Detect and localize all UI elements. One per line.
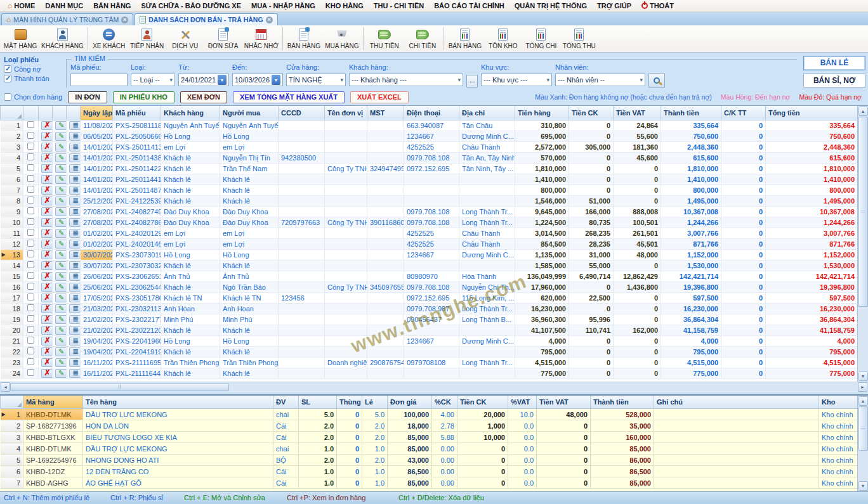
checkbox-icon[interactable] <box>27 283 34 290</box>
delete-button[interactable]: ✗ <box>41 369 53 378</box>
checkbox-icon[interactable] <box>27 143 34 150</box>
toolbar-button-ban-hang-4[interactable]: BÁN HÀNG <box>446 25 484 52</box>
item-row[interactable]: 5SP-1692254976NHONG DONG HO ATIBỘ2.002.0… <box>1 455 858 466</box>
delete-button[interactable]: ✗ <box>41 240 53 249</box>
items-col-header-ghi-chu[interactable]: Ghi chú <box>654 396 819 409</box>
checkbox-icon[interactable] <box>4 93 11 101</box>
close-icon[interactable]: × <box>121 16 128 23</box>
item-row[interactable]: 3KHBD-BTLGXKBIỂU TƯỢNG LOGO XE KIACái2.0… <box>1 432 858 443</box>
items-col-header-kho[interactable]: Kho <box>819 396 858 409</box>
print-button[interactable]: ≣ <box>69 218 81 227</box>
edit-button[interactable]: ✎ <box>55 272 67 281</box>
delete-button[interactable]: ✗ <box>41 175 53 184</box>
edit-button[interactable]: ✎ <box>55 229 67 238</box>
orders-horizontal-scrollbar[interactable]: ◄ ► <box>0 382 868 392</box>
print-button[interactable]: ≣ <box>69 272 81 281</box>
den-date[interactable]: 10/03/2026▼ <box>232 74 283 86</box>
print-button[interactable]: ≣ <box>69 369 81 378</box>
edit-button[interactable]: ✎ <box>55 121 67 130</box>
delete-button[interactable]: ✗ <box>41 283 53 292</box>
print-button[interactable]: ≣ <box>69 347 81 356</box>
delete-button[interactable]: ✗ <box>41 304 53 313</box>
scrollbar-thumb[interactable] <box>858 406 868 451</box>
edit-button[interactable]: ✎ <box>55 304 67 313</box>
print-button[interactable]: ≣ <box>69 186 81 195</box>
checkbox-icon[interactable] <box>27 337 34 344</box>
filter-checkbox-thanh-toan[interactable]: Thanh toán <box>4 75 66 82</box>
print-button[interactable]: ≣ <box>69 153 81 162</box>
edit-button[interactable]: ✎ <box>55 294 67 302</box>
delete-button[interactable]: ✗ <box>41 337 53 346</box>
checkbox-icon[interactable] <box>27 261 34 268</box>
orders-col-header-c-k-tt[interactable]: C/K TT <box>721 106 766 120</box>
delete-button[interactable]: ✗ <box>41 197 53 205</box>
edit-button[interactable]: ✎ <box>55 132 67 141</box>
edit-button[interactable]: ✎ <box>55 218 67 227</box>
delete-button[interactable]: ✗ <box>41 121 53 130</box>
ma-phieu-input[interactable] <box>70 74 128 86</box>
items-col-header-dv[interactable]: ĐV <box>273 396 299 409</box>
action-button-in-don[interactable]: IN ĐƠN <box>68 91 107 103</box>
nhan-vien-select[interactable]: --- Nhân viên --▾ <box>555 74 645 86</box>
print-button[interactable]: ≣ <box>69 121 81 130</box>
order-row[interactable]: 22✗✎≣19/04/2022 1...PXL-22041919254Khách… <box>1 346 858 357</box>
menu-item-mua-nhap-hang[interactable]: MUA - NHẬP HÀNG <box>246 0 320 11</box>
delete-button[interactable]: ✗ <box>41 347 53 356</box>
items-col-header-ma-hang[interactable]: Mã hàng <box>23 396 83 409</box>
menu-item-home[interactable]: ⌂HOME <box>3 0 40 11</box>
orders-col-header-dien-thoai[interactable]: Điện thoại <box>404 106 459 120</box>
edit-button[interactable]: ✎ <box>55 164 67 173</box>
close-icon[interactable]: × <box>266 16 273 23</box>
items-col-header-thanh-tien[interactable]: Thành tiền <box>591 396 654 409</box>
scroll-down-icon[interactable]: ▼ <box>858 372 868 381</box>
menu-item-bao-cao-tai-chinh[interactable]: BÁO CÁO TÀI CHÍNH <box>429 0 510 11</box>
select-orders-checkbox[interactable]: Chọn đơn hàng <box>4 93 62 101</box>
loai-select[interactable]: -- Loại --▾ <box>131 74 175 86</box>
toolbar-button-xe-khach-1[interactable]: XE KHÁCH <box>90 25 128 52</box>
checkbox-icon[interactable] <box>27 240 34 247</box>
print-button[interactable]: ≣ <box>69 315 81 324</box>
toolbar-button-ton-kho-4[interactable]: TỒN KHO <box>484 25 522 52</box>
print-button[interactable]: ≣ <box>69 132 81 141</box>
items-col-header-tien-vat[interactable]: Tiền VAT <box>537 396 591 409</box>
menu-item-tro-giup[interactable]: TRỢ GIÚP <box>592 0 636 11</box>
print-button[interactable]: ≣ <box>69 175 81 184</box>
edit-button[interactable]: ✎ <box>55 261 67 270</box>
checkbox-icon[interactable] <box>27 207 34 214</box>
cua-hang-select[interactable]: TÍN NGHỆ▾ <box>286 74 346 86</box>
scroll-left-icon[interactable]: ◄ <box>1 382 10 392</box>
order-row[interactable]: 4✗✎≣14/01/2025 0...PXL-25011438322Khách … <box>1 152 858 163</box>
order-row[interactable]: 21✗✎≣19/04/2022 1...PXS-22041960962Hồ Lo… <box>1 335 858 346</box>
checkbox-icon[interactable] <box>27 164 34 171</box>
print-button[interactable]: ≣ <box>69 304 81 313</box>
item-row[interactable]: 6KHBD-12DZ12 ĐÈN TRẮNG COCái1.001.086,50… <box>1 466 858 477</box>
delete-button[interactable]: ✗ <box>41 132 53 141</box>
filter-checkbox-cong-no[interactable]: Công nợ <box>4 65 66 73</box>
items-col-header-tien-ck[interactable]: Tiền CK <box>457 396 508 409</box>
order-row[interactable]: 11✗✎≣01/02/2024 1...PXL-24020129049em Lợ… <box>1 228 858 238</box>
order-row[interactable]: 16✗✎≣25/06/2023 1...PXL-23062544042Khách… <box>1 281 858 292</box>
checkbox-icon[interactable] <box>27 294 34 300</box>
order-row[interactable]: 3✗✎≣14/01/2025 0...PXS-25011413476em Lợi… <box>1 141 858 152</box>
edit-button[interactable]: ✎ <box>55 283 67 292</box>
toolbar-button-mua-hang-2[interactable]: MUA HÀNG <box>323 25 361 52</box>
checkbox-icon[interactable] <box>4 65 11 73</box>
order-row[interactable]: ▶13✗✎≣30/07/2023 0...PXS-23073019797Hồ L… <box>1 249 858 260</box>
print-button[interactable]: ≣ <box>69 337 81 346</box>
scroll-down-icon[interactable]: ▼ <box>858 481 868 491</box>
print-button[interactable]: ≣ <box>69 261 81 270</box>
order-row[interactable]: 14✗✎≣30/07/2023 0...PXL-23073032958Khách… <box>1 260 858 271</box>
print-button[interactable]: ≣ <box>69 143 81 152</box>
scroll-up-icon[interactable]: ▲ <box>858 107 868 116</box>
order-row[interactable]: 19✗✎≣21/02/2023 1...PXS-23022177348Minh … <box>1 314 858 325</box>
items-col-header-don-gia[interactable]: Đơn giá <box>388 396 432 409</box>
order-row[interactable]: 24✗✎≣16/11/2021 1...PXL-21111644374Khách… <box>1 368 858 378</box>
delete-button[interactable]: ✗ <box>41 186 53 195</box>
edit-button[interactable]: ✎ <box>55 337 67 346</box>
edit-button[interactable]: ✎ <box>55 186 67 195</box>
sale-button-ban-le[interactable]: BÁN LẺ <box>803 56 865 70</box>
items-col-header-le[interactable]: Lẻ <box>362 396 388 409</box>
order-row[interactable]: 9✗✎≣27/08/2024 1...PXL-24082749624Đào Du… <box>1 206 858 217</box>
edit-button[interactable]: ✎ <box>55 326 67 335</box>
tu-date[interactable]: 24/01/2021▼ <box>178 74 229 86</box>
